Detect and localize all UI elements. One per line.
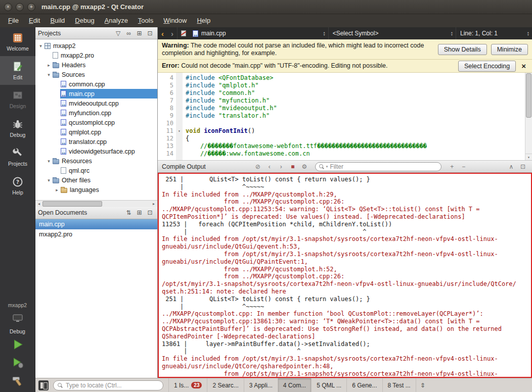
detach-pane-icon[interactable]: ⊡ (518, 163, 528, 170)
code-editor[interactable]: 4#include <QFontDatabase>5#include "qmlp… (158, 73, 532, 161)
zoom-out-icon[interactable]: − (459, 163, 469, 170)
scroll-left-icon[interactable]: ◂ (35, 202, 42, 206)
close-panel-icon[interactable]: ⊡ (145, 30, 155, 37)
tree-item-mxapp2[interactable]: ▾mxapp2 (35, 41, 157, 51)
filter-icon[interactable]: ▽ (113, 30, 123, 37)
split-panel-icon[interactable]: ⊞ (135, 209, 144, 216)
hscroll-track[interactable] (42, 201, 150, 207)
dropdown-spinner-icon[interactable]: ▴▾ (320, 31, 328, 36)
close-infobar-icon[interactable]: × (521, 62, 526, 70)
compile-output-body[interactable]: 251 | QList<T> toList() const { return v… (158, 173, 532, 378)
menu-window[interactable]: Window (158, 14, 192, 27)
tree-item-mvideooutput.cpp[interactable]: mvideooutput.cpp (35, 99, 157, 108)
symbol-selector[interactable]: <Select Symbol> ▴▾ (329, 30, 456, 37)
open-documents-title[interactable]: Open Documents (38, 209, 123, 216)
menu-build[interactable]: Build (45, 14, 70, 27)
mode-help[interactable]: ?Help (0, 171, 35, 200)
mode-bar: WelcomeEditDesignDebugProjects?Help mxap… (0, 27, 35, 392)
scroll-right-icon[interactable]: ▸ (150, 202, 157, 206)
next-item-icon[interactable]: › (276, 163, 286, 170)
output-pane-arrows-icon[interactable]: ⇕ (416, 382, 429, 389)
expander-icon[interactable]: ▾ (46, 178, 52, 183)
output-pane-button-4[interactable]: 4 Com... (278, 378, 312, 392)
stop-icon[interactable]: ■ (288, 163, 298, 170)
kit-monitor-icon[interactable] (12, 310, 23, 326)
menu-edit[interactable]: Edit (24, 14, 45, 27)
open-document-main.cpp[interactable]: main.cpp (35, 219, 157, 229)
projects-panel-title[interactable]: Projects (38, 30, 112, 37)
output-pane-button-6[interactable]: 6 Gene... (347, 378, 382, 392)
dropdown-spinner-icon[interactable]: ▴▾ (448, 31, 456, 36)
tree-item-mxapp2.pro[interactable]: mxapp2.pro (35, 51, 157, 60)
sync-with-editor-icon[interactable]: ∞ (124, 30, 134, 37)
build-button[interactable] (11, 373, 24, 389)
run-button[interactable] (11, 336, 24, 353)
close-window-icon[interactable]: × (4, 3, 12, 11)
projects-hscrollbar[interactable]: ◂ ▸ (35, 200, 157, 207)
output-pane-button-2[interactable]: 2 Searc... (207, 378, 244, 392)
output-pane-button-1[interactable]: 1 Is...23 (169, 378, 207, 392)
menu-help[interactable]: Help (192, 14, 215, 27)
sort-documents-icon[interactable]: ⇅ (124, 209, 134, 216)
menu-debug[interactable]: Debug (70, 14, 99, 27)
tree-item-label: Headers (62, 62, 85, 69)
close-panel-icon[interactable]: ⊡ (145, 209, 155, 216)
minimize-infobar-button[interactable]: Minimize (491, 44, 528, 55)
expander-icon[interactable]: ▸ (46, 63, 52, 68)
mode-edit[interactable]: Edit (0, 56, 35, 85)
tree-item-qcustomplot.cpp[interactable]: qcustomplot.cpp (35, 118, 157, 127)
scroll-down-icon[interactable]: ▾ (525, 154, 532, 160)
menu-analyze[interactable]: Analyze (100, 14, 133, 27)
select-encoding-button[interactable]: Select Encoding (458, 61, 516, 72)
tree-item-main.cpp[interactable]: main.cpp (35, 89, 157, 99)
output-pane-button-7[interactable]: 8 Test ... (383, 378, 416, 392)
line-number: 8 (158, 105, 176, 112)
tree-item-qml.qrc[interactable]: qml.qrc (35, 166, 157, 175)
menu-tools[interactable]: Tools (133, 14, 158, 27)
output-pane-button-3[interactable]: 3 Appli... (244, 378, 278, 392)
expander-icon[interactable]: ▾ (37, 43, 44, 48)
mode-debug[interactable]: Debug (0, 114, 35, 142)
tree-item-Resources[interactable]: ▾Resources (35, 156, 157, 166)
fold-column (176, 74, 183, 82)
go-back-icon[interactable]: ‹ (158, 29, 167, 38)
show-details-button[interactable]: Show Details (438, 44, 487, 55)
open-document-mxapp2.pro[interactable]: mxapp2.pro (35, 229, 157, 239)
expander-icon[interactable]: ▾ (46, 159, 52, 164)
minimize-window-icon[interactable]: − (16, 3, 24, 11)
menu-file[interactable]: File (3, 14, 24, 27)
toggle-sidebar-button[interactable] (38, 380, 49, 390)
tree-item-videowidgetsurface.cpp[interactable]: videowidgetsurface.cpp (35, 146, 157, 156)
maximize-pane-icon[interactable]: ∧ (506, 163, 516, 170)
tree-item-Sources[interactable]: ▾Sources (35, 70, 157, 79)
maximize-window-icon[interactable]: + (27, 3, 35, 11)
previous-item-icon[interactable]: ‹ (264, 163, 275, 170)
split-panel-icon[interactable]: ⊞ (135, 30, 144, 37)
debug-run-button[interactable] (11, 355, 24, 371)
cancel-build-icon[interactable]: ⊘ (253, 163, 263, 170)
settings-gear-icon[interactable]: ⚙ (299, 163, 309, 170)
scrollbar-thumb[interactable] (526, 73, 531, 118)
tree-item-myfunction.cpp[interactable]: myfunction.cpp (35, 108, 157, 118)
tree-item-common.cpp[interactable]: common.cpp (35, 79, 157, 89)
filter-dropdown-icon[interactable]: ▾ (326, 165, 328, 169)
output-pane-button-5[interactable]: 5 QML ... (312, 378, 347, 392)
expander-icon[interactable]: ▸ (54, 187, 60, 192)
go-forward-icon[interactable]: › (167, 29, 177, 38)
tree-item-Other files[interactable]: ▾Other files (35, 175, 157, 185)
hscroll-thumb[interactable] (42, 201, 102, 207)
editor-scrollbar[interactable]: ▾ (525, 73, 532, 160)
mode-label: Help (12, 189, 23, 195)
tree-item-Headers[interactable]: ▸Headers (35, 60, 157, 70)
mode-projects[interactable]: Projects (0, 142, 35, 171)
zoom-in-icon[interactable]: + (447, 163, 457, 170)
tree-item-languages[interactable]: ▸languages (35, 185, 157, 194)
document-selector[interactable]: main.cpp ▴▾ (190, 30, 328, 37)
dropdown-spinner-icon[interactable]: ▴▾ (524, 31, 532, 36)
expander-icon[interactable]: ▾ (46, 72, 52, 77)
tree-item-qmlplot.cpp[interactable]: qmlplot.cpp (35, 127, 157, 137)
filter-input[interactable]: ▾ Filter (315, 162, 441, 171)
mode-welcome[interactable]: Welcome (0, 27, 35, 56)
locator-input[interactable]: Type to locate (Ctrl... (53, 380, 163, 390)
tree-item-translator.cpp[interactable]: translator.cpp (35, 137, 157, 146)
